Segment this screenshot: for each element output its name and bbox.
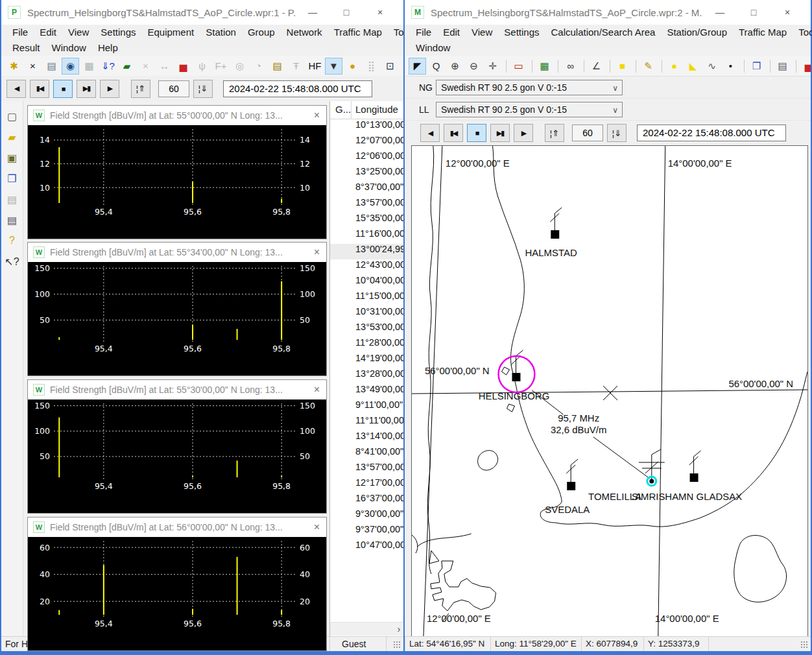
longitude-row[interactable]: 16°37'00,00" [330, 493, 405, 508]
skip-to-start-button[interactable]: ▮◀ [444, 124, 463, 142]
longitude-row[interactable]: 8°37'00,00" [330, 182, 405, 197]
pan-hand-icon[interactable]: ✛ [484, 58, 501, 75]
station-marker[interactable] [690, 473, 699, 482]
resize-grip[interactable] [393, 641, 401, 649]
ruler-icon[interactable]: ▭ [510, 58, 527, 75]
titlebar[interactable]: M Spectrum_HelsingborgTS&HalmstadTS_AoP_… [405, 0, 811, 25]
step-down-button[interactable]: ¦⇓ [607, 124, 627, 142]
menu-item[interactable]: View [62, 25, 95, 40]
station-halmstad[interactable]: HALMSTAD [525, 208, 577, 258]
spectrum-chart-icon[interactable]: ▅ [800, 58, 811, 75]
draw-circle-icon[interactable]: ● [665, 58, 683, 75]
maximize-button[interactable]: □ [329, 3, 363, 22]
context-help-icon[interactable]: ↖? [3, 253, 21, 270]
clock-icon[interactable]: ◔ [250, 58, 267, 75]
menu-item[interactable]: Group [242, 25, 281, 40]
minimize-button[interactable]: — [296, 3, 329, 22]
longitude-row[interactable]: 9°30'00,00" [330, 508, 405, 524]
chart-titlebar[interactable]: W Field Strength [dBuV/m] at Lat: 55°30'… [28, 380, 326, 399]
longitude-row[interactable]: 13°28'00,00" [330, 368, 405, 384]
chart-window-3[interactable]: W Field Strength [dBuV/m] at Lat: 55°30'… [27, 379, 327, 514]
longitude-row[interactable]: 12°07'00,00" [330, 135, 405, 150]
station-tomelilla[interactable]: TOMELILLA [588, 491, 641, 502]
play-backward-button[interactable]: ◀ [6, 80, 26, 98]
longitude-row[interactable]: 14°19'00,00" [330, 353, 405, 368]
longitude-row[interactable]: 9°11'00,00" [330, 399, 405, 415]
equipment-icon[interactable]: ▦ [80, 58, 98, 75]
stop-button[interactable]: ■ [467, 124, 486, 142]
menu-item[interactable]: Edit [34, 25, 62, 40]
timestamp-field[interactable]: 2024-02-22 15:48:08.000 UTC [637, 125, 786, 141]
longitude-row[interactable]: 11°16'00,00" [330, 228, 405, 244]
chart-close-icon[interactable]: × [314, 246, 320, 258]
interval-field[interactable]: 60 [158, 80, 189, 97]
chart-close-icon[interactable]: × [314, 110, 320, 121]
coverage-map-icon[interactable]: ▰ [118, 58, 136, 75]
menu-item[interactable]: Equipment [141, 25, 200, 40]
select-cursor-icon[interactable]: ◤ [409, 58, 426, 75]
hf-label[interactable]: HF [306, 58, 324, 75]
station-marker[interactable] [551, 230, 559, 239]
menu-item[interactable]: Settings [498, 25, 545, 40]
longitude-row[interactable]: 11°15'00,00" [330, 291, 405, 306]
draw-point-icon[interactable]: • [722, 58, 739, 75]
longitude-row[interactable]: 13°57'00,00" [330, 197, 405, 213]
longitude-row[interactable]: 10°13'00,00" [330, 119, 405, 135]
edit-area-icon[interactable]: ✎ [639, 58, 657, 75]
menu-item[interactable]: File [410, 25, 437, 40]
chevron-down-icon[interactable]: ∨ [612, 81, 618, 95]
copy-icon[interactable]: ❐ [3, 170, 21, 187]
antenna2-icon[interactable]: Ŧ [287, 58, 305, 75]
delete-icon[interactable]: × [24, 58, 42, 75]
titlebar[interactable]: P Spectrum_HelsingborgTS&HalmstadTS_AoP_… [1, 0, 403, 25]
skip-to-end-button[interactable]: ▶▮ [77, 80, 96, 98]
properties-icon[interactable]: ▤ [43, 58, 60, 75]
menu-item[interactable]: Traffic Map [733, 25, 793, 40]
station-svedala[interactable]: SVEDALA [545, 459, 590, 515]
longitude-row[interactable]: 12°06'00,00" [330, 150, 405, 166]
chart-close-icon[interactable]: × [314, 384, 320, 396]
menu-item[interactable]: Edit [437, 25, 466, 40]
layers-circles-icon[interactable]: ● [344, 58, 361, 75]
spectrum-icon[interactable]: ▅ [174, 58, 192, 75]
scroll-right-arrow[interactable]: › [394, 623, 404, 635]
step-up-button[interactable]: ¦⇑ [545, 124, 564, 142]
map-pane[interactable]: HALMSTAD HELSINGBORG SVEDALA SIMRISHAMN … [411, 145, 808, 637]
menu-item[interactable]: Network [281, 25, 328, 40]
antenna-signal-icon[interactable]: ψ [193, 58, 211, 75]
menu-item[interactable]: Window [410, 40, 456, 56]
horizontal-scrollbar[interactable]: › [330, 622, 405, 636]
menu-item[interactable]: Help [92, 40, 124, 56]
grid-dots-icon[interactable]: ⣿ [363, 58, 380, 75]
timestamp-field[interactable]: 2024-02-22 15:48:08.000 UTC [223, 80, 372, 97]
station-simrishamn-gladsax[interactable]: SIMRISHAMN GLADSAX [632, 451, 742, 502]
copy-icon[interactable]: ❐ [748, 58, 765, 75]
menu-item[interactable]: Traffic Map [328, 25, 388, 40]
resize-grip[interactable] [800, 641, 809, 649]
menu-item[interactable]: Calculation/Search Area [545, 25, 661, 40]
draw-polyline-icon[interactable]: ∿ [703, 58, 721, 75]
step-up-button[interactable]: ¦⇑ [131, 80, 150, 98]
stop-button[interactable]: ■ [53, 80, 73, 98]
column-header-longitude[interactable]: Longitude [352, 101, 398, 119]
chart-close-icon[interactable]: × [314, 521, 320, 533]
longitude-row[interactable]: 8°41'00,00" [330, 446, 405, 462]
longitude-row[interactable]: 15°35'00,00" [330, 213, 405, 228]
chart-titlebar[interactable]: W Field Strength [dBuV/m] at Lat: 55°00'… [28, 106, 326, 125]
chart-window-1[interactable]: W Field Strength [dBuV/m] at Lat: 55°00'… [27, 105, 327, 239]
play-button[interactable]: ▶ [100, 80, 119, 98]
chart-window-2[interactable]: W Field Strength [dBuV/m] at Lat: 55°34'… [27, 242, 327, 376]
chart-titlebar[interactable]: W Field Strength [dBuV/m] at Lat: 56°00'… [28, 518, 326, 537]
column-header-g[interactable]: G... [330, 101, 352, 119]
map-canvas[interactable]: HALMSTAD HELSINGBORG SVEDALA SIMRISHAMN … [412, 146, 807, 636]
longitude-row[interactable]: 13°53'00,00" [330, 322, 405, 337]
longitude-row[interactable]: 11°11'00,00" [330, 415, 405, 431]
skip-to-start-button[interactable]: ▮◀ [30, 80, 49, 98]
copyright-icon[interactable]: ◎ [231, 58, 248, 75]
new-document-icon[interactable]: ▢ [3, 108, 21, 125]
longitude-row[interactable]: 12°43'00,00" [330, 259, 405, 275]
play-button[interactable]: ▶ [514, 124, 533, 142]
report-icon[interactable]: ▤ [269, 58, 286, 75]
draw-polygon-icon[interactable]: ◣ [684, 58, 702, 75]
longitude-row[interactable]: 9°37'00,00" [330, 524, 405, 540]
